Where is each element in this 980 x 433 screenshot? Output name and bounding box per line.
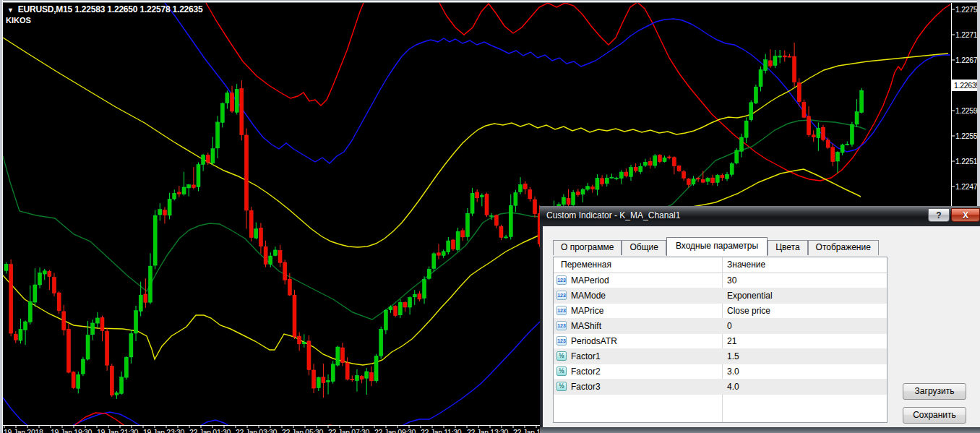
dialog-title: Custom Indicator - K_MA_Chanal1	[546, 210, 680, 220]
param-name: Factor1	[571, 351, 601, 361]
candle-up	[586, 187, 590, 189]
candle-down	[697, 179, 700, 179]
table-row-periodsatr[interactable]: 123PeriodsATR21	[554, 334, 887, 349]
param-name: MAMode	[571, 291, 606, 301]
param-value[interactable]: 30	[727, 275, 736, 286]
dialog-bottom-frame	[540, 427, 980, 433]
param-value[interactable]: Exponential	[727, 291, 773, 301]
candle-up	[336, 347, 340, 365]
candle-down	[394, 306, 397, 316]
candle-down	[682, 171, 686, 178]
candle-down	[533, 200, 537, 214]
table-row-mamode[interactable]: 123MAModeExponential	[554, 288, 887, 304]
candle-up	[519, 185, 523, 192]
param-value[interactable]: 4.0	[727, 382, 739, 392]
candle-up	[778, 56, 782, 57]
table-row-mashift[interactable]: 123MAShift0	[554, 319, 887, 334]
candle-up	[365, 372, 369, 378]
candle-up	[841, 145, 844, 153]
param-value[interactable]: 0	[727, 321, 732, 331]
param-name: MAShift	[571, 321, 601, 331]
time-label: 19 Jan 21:30	[97, 428, 139, 433]
window-border-top	[0, 0, 980, 3]
candle-down	[53, 278, 56, 293]
candle-up	[470, 193, 474, 213]
candle-up	[115, 393, 119, 395]
param-name: Factor3	[571, 382, 601, 392]
candle-up	[216, 122, 220, 148]
param-value[interactable]: 3.0	[727, 366, 739, 377]
param-name: MAPeriod	[571, 275, 609, 286]
candle-up	[715, 175, 719, 182]
param-value[interactable]: 1.5	[727, 351, 739, 361]
candle-down	[711, 178, 715, 183]
candle-up	[759, 69, 762, 86]
load-button[interactable]: Загрузить	[903, 383, 966, 400]
candle-down	[106, 332, 109, 366]
time-label: 22 Jan 07:30	[328, 428, 370, 433]
current-price-label: 1.22635	[954, 81, 980, 90]
candle-down	[369, 372, 373, 380]
candle-up	[643, 162, 647, 165]
candle-down	[528, 189, 532, 198]
candle-up	[596, 178, 599, 189]
close-button[interactable]: X	[951, 208, 980, 222]
param-value[interactable]: Close price	[727, 306, 770, 316]
tab-цвета[interactable]: Цвета	[768, 240, 807, 255]
candle-down	[62, 312, 66, 330]
mt4-chart-window: 1.227551.227151.226751.226351.225951.225…	[0, 0, 980, 433]
candle-down	[677, 166, 681, 171]
decimal-param-icon: ½	[556, 366, 567, 376]
candle-up	[269, 256, 272, 264]
candle-up	[653, 156, 657, 166]
candle-down	[590, 187, 594, 189]
candle-up	[202, 155, 205, 165]
candle-up	[562, 197, 565, 205]
time-label: 22 Jan 03:30	[236, 428, 278, 433]
price-label: 1.22675	[955, 56, 980, 64]
time-label: 22 Jan 05:30	[282, 428, 324, 433]
candle-down	[812, 135, 815, 137]
param-value[interactable]: 21	[727, 336, 736, 346]
tab-отображение[interactable]: Отображение	[808, 240, 879, 255]
candle-up	[581, 189, 585, 194]
candle-up	[490, 215, 494, 216]
candle-up	[835, 153, 839, 161]
candle-up	[432, 254, 436, 269]
integer-param-icon: 123	[556, 321, 567, 330]
candle-up	[139, 295, 142, 311]
candle-up	[749, 103, 753, 120]
candle-down	[341, 348, 345, 363]
candle-up	[374, 356, 378, 381]
dialog-titlebar[interactable]: Custom Indicator - K_MA_Chanal1 ? X	[540, 206, 980, 226]
table-row-factor3[interactable]: ½Factor34.0	[554, 380, 887, 395]
candle-up	[355, 375, 358, 380]
candle-up	[465, 213, 469, 236]
candle-down	[293, 295, 296, 336]
candle-down	[264, 246, 267, 264]
candle-up	[726, 174, 729, 179]
candle-up	[24, 322, 27, 330]
candle-up	[629, 168, 633, 177]
candle-down	[499, 226, 503, 237]
table-row-factor2[interactable]: ½Factor23.0	[554, 364, 887, 380]
tab-общие[interactable]: Общие	[622, 240, 666, 255]
candle-down	[807, 116, 811, 135]
candle-down	[418, 294, 421, 299]
candle-down	[437, 253, 441, 255]
decimal-param-icon: ½	[556, 382, 567, 391]
candle-down	[9, 265, 13, 333]
table-row-maprice[interactable]: 123MAPriceClose price	[554, 304, 887, 319]
candle-down	[322, 377, 325, 383]
table-row-maperiod[interactable]: 123MAPeriod30	[554, 273, 887, 288]
help-button[interactable]: ?	[928, 208, 950, 222]
candle-up	[764, 60, 768, 71]
table-row-factor1[interactable]: ½Factor11.5	[554, 349, 887, 364]
table-header-value: Значение	[727, 260, 765, 270]
tab-о-программе[interactable]: О программе	[553, 240, 622, 255]
tab-входные-параметры[interactable]: Входные параметры	[666, 237, 768, 256]
candle-up	[28, 301, 32, 322]
save-button[interactable]: Сохранить	[903, 407, 966, 424]
candle-up	[754, 87, 757, 103]
candle-up	[220, 103, 224, 122]
